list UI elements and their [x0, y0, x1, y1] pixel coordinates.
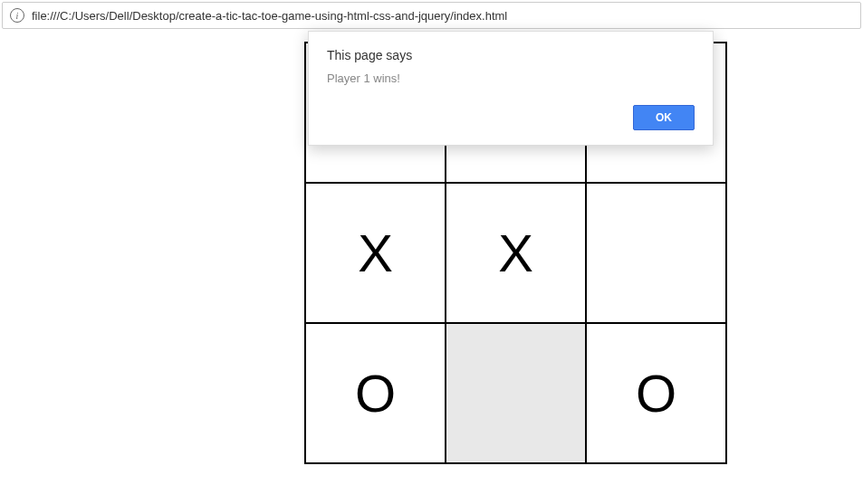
cell-1-1[interactable]: X: [446, 183, 586, 323]
alert-actions: OK: [327, 105, 695, 130]
cell-1-2[interactable]: [586, 183, 726, 323]
cell-1-0[interactable]: X: [305, 183, 446, 323]
cell-2-2[interactable]: O: [586, 323, 726, 463]
ok-button[interactable]: OK: [633, 105, 695, 130]
info-icon: i: [10, 8, 24, 23]
alert-message: Player 1 wins!: [327, 71, 695, 85]
cell-2-0[interactable]: O: [305, 323, 446, 463]
cell-2-1[interactable]: [446, 323, 586, 463]
url-text: file:///C:/Users/Dell/Desktop/create-a-t…: [32, 9, 507, 23]
game-area: O X X X O O This page says Player 1 wins…: [0, 31, 863, 504]
alert-title: This page says: [327, 48, 695, 62]
address-bar[interactable]: i file:///C:/Users/Dell/Desktop/create-a…: [2, 2, 861, 29]
alert-dialog: This page says Player 1 wins! OK: [308, 31, 714, 146]
